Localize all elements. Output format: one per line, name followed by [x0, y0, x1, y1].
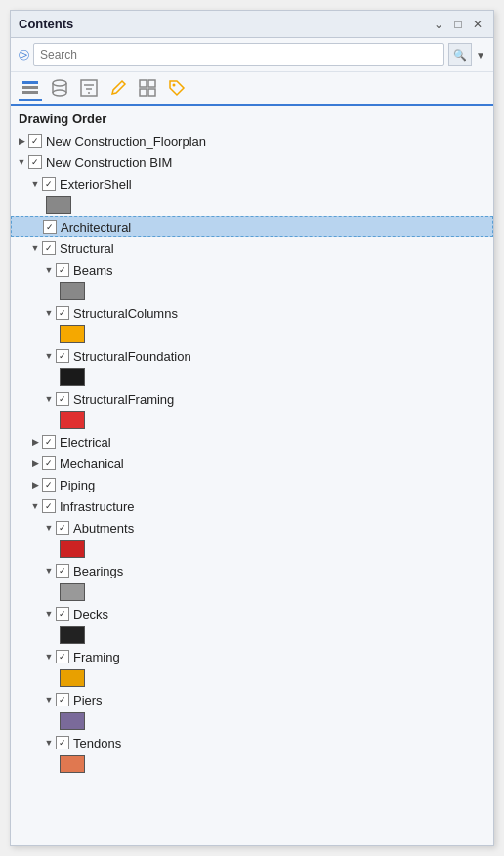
- tree-item-beams-swatch[interactable]: [11, 280, 493, 302]
- label-bearings: Bearings: [73, 564, 123, 578]
- tree-item-mechanical[interactable]: Mechanical: [11, 452, 493, 474]
- contents-panel: Contents ⌄ □ ✕ ⧁ 🔍 ▼: [10, 10, 494, 846]
- tree-item-structural-foundation[interactable]: StructuralFoundation: [11, 345, 493, 366]
- close-icon[interactable]: ✕: [470, 17, 485, 32]
- checkbox-bearings[interactable]: [56, 564, 69, 578]
- search-input[interactable]: [33, 43, 444, 66]
- tree-item-framing[interactable]: Framing: [11, 646, 493, 667]
- expand-arrow-exterior-shell[interactable]: [28, 173, 42, 194]
- checkbox-mechanical[interactable]: [42, 456, 56, 470]
- tree-item-abutments[interactable]: Abutments: [11, 517, 493, 538]
- color-swatch-beams-swatch[interactable]: [60, 282, 85, 300]
- tree-item-piping[interactable]: Piping: [11, 474, 493, 495]
- expand-arrow-piers[interactable]: [42, 689, 56, 710]
- checkbox-new-construction-floorplan[interactable]: [28, 134, 42, 148]
- checkbox-structural-columns[interactable]: [56, 306, 69, 320]
- color-swatch-structural-framing-swatch[interactable]: [60, 411, 85, 429]
- color-swatch-framing-swatch[interactable]: [60, 669, 85, 687]
- label-abutments: Abutments: [73, 521, 134, 535]
- tree-item-structural-framing[interactable]: StructuralFraming: [11, 388, 493, 409]
- color-swatch-piers-swatch[interactable]: [60, 712, 85, 730]
- tree-item-decks-swatch[interactable]: [11, 624, 493, 646]
- color-swatch-abutments-swatch[interactable]: [60, 540, 85, 558]
- tree-item-tendons[interactable]: Tendons: [11, 732, 493, 753]
- restore-icon[interactable]: □: [450, 17, 466, 32]
- color-swatch-bearings-swatch[interactable]: [60, 583, 85, 601]
- tree-item-beams[interactable]: Beams: [11, 259, 493, 280]
- tree-item-bearings[interactable]: Bearings: [11, 560, 493, 581]
- tree-item-decks[interactable]: Decks: [11, 603, 493, 624]
- tag-tool-button[interactable]: [165, 76, 189, 100]
- label-mechanical: Mechanical: [60, 456, 124, 471]
- expand-arrow-beams[interactable]: [42, 259, 56, 280]
- expand-arrow-bearings[interactable]: [42, 560, 56, 581]
- color-swatch-tendons-swatch[interactable]: [60, 755, 85, 773]
- tree-item-structural-foundation-swatch[interactable]: [11, 366, 493, 388]
- checkbox-framing[interactable]: [56, 650, 69, 663]
- svg-rect-13: [140, 89, 147, 96]
- expand-arrow-structural-columns[interactable]: [42, 302, 56, 323]
- tree-item-piers-swatch[interactable]: [11, 710, 493, 732]
- checkbox-infrastructure[interactable]: [42, 499, 56, 513]
- expand-arrow-new-construction-floorplan[interactable]: [15, 130, 28, 151]
- svg-point-6: [53, 90, 66, 96]
- expand-arrow-decks[interactable]: [42, 603, 56, 624]
- checkbox-new-construction-bim[interactable]: [28, 155, 42, 169]
- expand-arrow-structural-foundation[interactable]: [42, 345, 56, 366]
- expand-arrow-framing[interactable]: [42, 646, 56, 667]
- search-button[interactable]: 🔍: [448, 43, 472, 66]
- grid-tool-button[interactable]: [136, 76, 159, 100]
- tree-item-electrical[interactable]: Electrical: [11, 431, 493, 452]
- tree-item-architectural[interactable]: Architectural: [11, 216, 493, 237]
- tree-item-structural-framing-swatch[interactable]: [11, 409, 493, 431]
- checkbox-piping[interactable]: [42, 478, 56, 492]
- expand-arrow-abutments[interactable]: [42, 517, 56, 538]
- filter-tool-button[interactable]: [77, 76, 101, 100]
- expand-arrow-electrical[interactable]: [28, 431, 42, 452]
- tree-item-structural[interactable]: Structural: [11, 237, 493, 259]
- checkbox-exterior-shell[interactable]: [42, 177, 56, 191]
- expand-arrow-structural[interactable]: [28, 237, 42, 259]
- expand-arrow-new-construction-bim[interactable]: [15, 151, 28, 173]
- chevron-icon[interactable]: ⌄: [431, 17, 446, 32]
- tree-item-structural-columns[interactable]: StructuralColumns: [11, 302, 493, 323]
- checkbox-structural-framing[interactable]: [56, 392, 69, 406]
- color-swatch-structural-foundation-swatch[interactable]: [60, 368, 85, 386]
- tree-item-infrastructure[interactable]: Infrastructure: [11, 495, 493, 517]
- tree-item-exterior-shell-swatch[interactable]: [11, 194, 493, 216]
- checkbox-electrical[interactable]: [42, 435, 56, 449]
- tree-item-tendons-swatch[interactable]: [11, 753, 493, 775]
- expand-arrow-mechanical[interactable]: [28, 452, 42, 474]
- tree-item-new-construction-floorplan[interactable]: New Construction_Floorplan: [11, 130, 493, 151]
- pencil-tool-button[interactable]: [106, 76, 130, 100]
- expand-arrow-infrastructure[interactable]: [28, 495, 42, 517]
- layers-tool-button[interactable]: [19, 77, 42, 101]
- checkbox-architectural[interactable]: [43, 220, 57, 234]
- cylinder-tool-button[interactable]: [48, 76, 71, 100]
- tree-item-bearings-swatch[interactable]: [11, 581, 493, 603]
- expand-arrow-piping[interactable]: [28, 474, 42, 495]
- filter-icon[interactable]: ⧁: [19, 47, 29, 64]
- svg-point-15: [173, 84, 176, 87]
- checkbox-abutments[interactable]: [56, 521, 69, 535]
- label-new-construction-bim: New Construction BIM: [46, 155, 172, 170]
- checkbox-beams[interactable]: [56, 263, 69, 277]
- tree-item-framing-swatch[interactable]: [11, 667, 493, 689]
- checkbox-decks[interactable]: [56, 607, 69, 621]
- search-dropdown-arrow[interactable]: ▼: [476, 50, 485, 61]
- checkbox-tendons[interactable]: [56, 736, 69, 749]
- tree-item-structural-columns-swatch[interactable]: [11, 323, 493, 345]
- color-swatch-decks-swatch[interactable]: [60, 626, 85, 644]
- tree-container[interactable]: New Construction_FloorplanNew Constructi…: [11, 130, 493, 845]
- expand-arrow-tendons[interactable]: [42, 732, 56, 753]
- checkbox-structural-foundation[interactable]: [56, 349, 69, 363]
- tree-item-new-construction-bim[interactable]: New Construction BIM: [11, 151, 493, 173]
- checkbox-piers[interactable]: [56, 693, 69, 706]
- tree-item-exterior-shell[interactable]: ExteriorShell: [11, 173, 493, 194]
- tree-item-piers[interactable]: Piers: [11, 689, 493, 710]
- expand-arrow-structural-framing[interactable]: [42, 388, 56, 409]
- checkbox-structural[interactable]: [42, 241, 56, 255]
- color-swatch-exterior-shell-swatch[interactable]: [46, 196, 71, 214]
- color-swatch-structural-columns-swatch[interactable]: [60, 325, 85, 343]
- tree-item-abutments-swatch[interactable]: [11, 538, 493, 560]
